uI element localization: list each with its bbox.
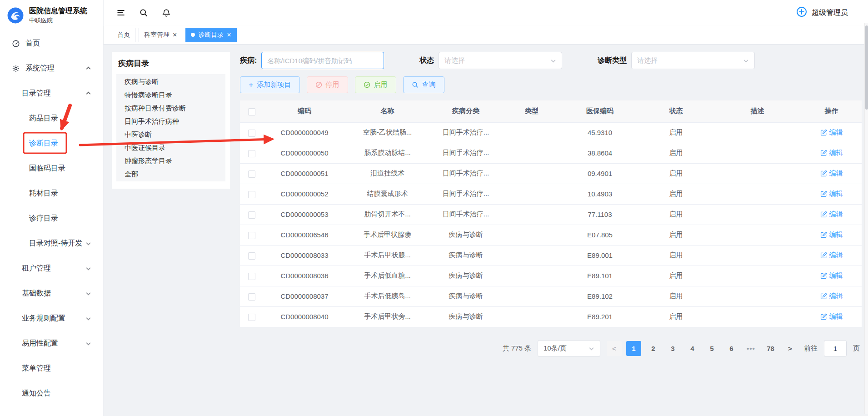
enable-button[interactable]: 启用: [355, 76, 396, 93]
scrollbar-thumb[interactable]: [865, 25, 868, 110]
sidebar-item-usability-config[interactable]: 易用性配置: [0, 331, 103, 356]
edit-button[interactable]: 编辑: [820, 231, 843, 239]
sidebar-item-business-rules[interactable]: 业务规则配置: [0, 306, 103, 331]
edit-button[interactable]: 编辑: [820, 210, 843, 219]
action-toolbar: + 添加新项目 停用 启用 查询: [240, 76, 860, 93]
row-checkbox[interactable]: [248, 252, 255, 260]
page-button-2[interactable]: 2: [646, 341, 661, 356]
catalog-item-tcm-syndrome[interactable]: 中医证候目录: [116, 141, 225, 154]
prev-page-button[interactable]: <: [607, 341, 622, 356]
status-select[interactable]: 请选择: [439, 52, 562, 69]
sidebar-item-consumables-catalog[interactable]: 耗材目录: [0, 181, 103, 206]
row-checkbox[interactable]: [248, 150, 255, 157]
table-row[interactable]: CD0000008040 手术后甲状旁... 疾病与诊断 E89.201 启用 …: [240, 306, 862, 327]
catalog-item-all[interactable]: 全部: [116, 167, 225, 180]
table-row[interactable]: CD0000000050 肠系膜动脉结... 日间手术治疗... 38.8604…: [240, 143, 862, 163]
sidebar-item-system-management[interactable]: 系统管理: [0, 56, 103, 81]
page-button-1[interactable]: 1: [626, 341, 641, 356]
sidebar-item-label: 通知公告: [22, 389, 51, 398]
tab-close-icon[interactable]: ×: [227, 31, 231, 39]
notification-bell-icon[interactable]: [162, 8, 171, 17]
edit-button[interactable]: 编辑: [820, 271, 843, 280]
row-checkbox[interactable]: [248, 293, 255, 301]
page-size-value: 10条/页: [544, 344, 567, 353]
sidebar-item-national-code-catalog[interactable]: 国临码目录: [0, 156, 103, 181]
table-row[interactable]: CD0000008036 手术后低血糖... 疾病与诊断 E89.101 启用 …: [240, 266, 862, 286]
table-row[interactable]: CD0000000052 结膜囊成形术 日间手术治疗... 10.4903 启用…: [240, 184, 862, 204]
page-button-6[interactable]: 6: [724, 341, 739, 356]
chevron-down-icon: [550, 58, 556, 64]
sidebar-item-basic-data[interactable]: 基础数据: [0, 281, 103, 306]
gear-icon: [12, 65, 20, 73]
table-row[interactable]: CD0000000053 肋骨切开术不... 日间手术治疗... 77.1103…: [240, 204, 862, 225]
cell-name: 手术后甲状腺瘘: [345, 225, 429, 245]
edit-button[interactable]: 编辑: [820, 190, 843, 198]
table-row[interactable]: CD0000008037 手术后低胰岛... 疾病与诊断 E89.102 启用 …: [240, 286, 862, 306]
edit-button[interactable]: 编辑: [820, 128, 843, 137]
row-checkbox[interactable]: [248, 170, 255, 178]
goto-suffix: 页: [853, 344, 860, 353]
cell-code: CD0000008037: [264, 286, 345, 306]
row-checkbox[interactable]: [248, 232, 255, 239]
add-item-button[interactable]: + 添加新项目: [240, 76, 300, 93]
goto-page-input[interactable]: [824, 340, 847, 357]
column-header-type: 类型: [502, 100, 561, 122]
sidebar-item-catalog-management[interactable]: 目录管理: [0, 81, 103, 106]
disable-button[interactable]: 停用: [307, 76, 348, 93]
catalog-item-tumor-morphology[interactable]: 肿瘤形态学目录: [116, 154, 225, 167]
home-icon: [12, 40, 20, 48]
row-checkbox[interactable]: [248, 314, 255, 321]
sidebar-item-menu-management[interactable]: 菜单管理: [0, 356, 103, 381]
pagination-ellipsis[interactable]: •••: [743, 341, 758, 356]
edit-label: 编辑: [829, 271, 843, 280]
catalog-item-chronic-disease[interactable]: 特慢病诊断目录: [116, 88, 225, 101]
catalog-item-pay-by-disease[interactable]: 按病种目录付费诊断: [116, 101, 225, 115]
sidebar-item-diagnosis-catalog[interactable]: 诊断目录: [0, 131, 103, 156]
edit-button[interactable]: 编辑: [820, 169, 843, 178]
cell-code: CD0000008040: [264, 306, 345, 327]
tab-home[interactable]: 首页: [112, 28, 135, 42]
disease-search-input[interactable]: [261, 52, 384, 69]
page-button-5[interactable]: 5: [704, 341, 719, 356]
select-all-checkbox[interactable]: [248, 108, 255, 115]
sidebar-item-tenant-management[interactable]: 租户管理: [0, 256, 103, 281]
page-size-select[interactable]: 10条/页: [538, 340, 600, 357]
row-checkbox[interactable]: [248, 211, 255, 219]
page-button-78[interactable]: 78: [763, 341, 778, 356]
diagnosis-type-select-value: 请选择: [637, 56, 658, 65]
edit-button[interactable]: 编辑: [820, 149, 843, 157]
tab-diagnosis-catalog[interactable]: 诊断目录 ×: [185, 28, 236, 42]
catalog-item-tcm-diagnosis[interactable]: 中医诊断: [116, 128, 225, 141]
table-row[interactable]: CD0000006546 手术后甲状腺瘘 疾病与诊断 E07.805 启用 编辑: [240, 225, 862, 245]
edit-button[interactable]: 编辑: [820, 312, 843, 321]
sidebar-item-catalog-mapping[interactable]: 目录对照-待开发: [0, 231, 103, 256]
user-menu[interactable]: 超级管理员: [796, 6, 848, 20]
page-button-4[interactable]: 4: [685, 341, 700, 356]
edit-button[interactable]: 编辑: [820, 292, 843, 301]
row-checkbox[interactable]: [248, 273, 255, 280]
table-row[interactable]: CD0000000049 空肠-乙状结肠... 日间手术治疗... 45.931…: [240, 122, 862, 143]
search-icon[interactable]: [139, 8, 148, 17]
row-checkbox[interactable]: [248, 191, 255, 198]
hamburger-menu-icon[interactable]: [116, 8, 125, 17]
cell-description: [713, 266, 801, 286]
table-row[interactable]: CD0000000051 泪道挂线术 日间手术治疗... 09.4901 启用 …: [240, 163, 862, 184]
table-row[interactable]: CD0000008033 手术后甲状腺... 疾病与诊断 E89.001 启用 …: [240, 245, 862, 266]
sidebar-item-drug-catalog[interactable]: 药品目录: [0, 106, 103, 131]
catalog-item-disease-diagnosis[interactable]: 疾病与诊断: [116, 75, 225, 88]
app-root: 医院信息管理系统 中联医院 首页 系统管理 目录管理: [0, 0, 868, 416]
next-page-button[interactable]: >: [783, 341, 798, 356]
tab-department-management[interactable]: 科室管理 ×: [139, 28, 182, 42]
edit-button[interactable]: 编辑: [820, 251, 843, 260]
row-checkbox[interactable]: [248, 130, 255, 137]
query-button[interactable]: 查询: [403, 76, 444, 93]
sidebar-item-home[interactable]: 首页: [0, 31, 103, 56]
diagnosis-type-select[interactable]: 请选择: [631, 52, 755, 69]
tab-close-icon[interactable]: ×: [173, 31, 177, 39]
scrollbar[interactable]: [864, 23, 868, 414]
page-button-3[interactable]: 3: [665, 341, 680, 356]
cell-status: 启用: [639, 266, 713, 286]
sidebar-item-treatment-catalog[interactable]: 诊疗目录: [0, 206, 103, 231]
sidebar-item-notice[interactable]: 通知公告: [0, 381, 103, 406]
catalog-item-day-surgery[interactable]: 日间手术治疗病种: [116, 115, 225, 128]
